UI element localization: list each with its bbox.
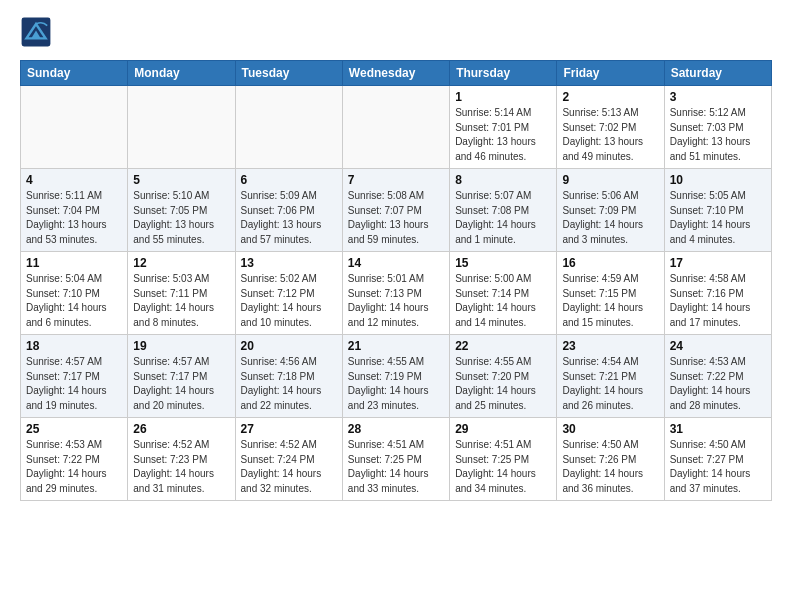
header (20, 16, 772, 48)
calendar-cell (235, 86, 342, 169)
calendar-cell: 26Sunrise: 4:52 AM Sunset: 7:23 PM Dayli… (128, 418, 235, 501)
day-info: Sunrise: 5:11 AM Sunset: 7:04 PM Dayligh… (26, 189, 122, 247)
calendar-cell: 29Sunrise: 4:51 AM Sunset: 7:25 PM Dayli… (450, 418, 557, 501)
day-number: 28 (348, 422, 444, 436)
calendar-cell: 12Sunrise: 5:03 AM Sunset: 7:11 PM Dayli… (128, 252, 235, 335)
day-number: 5 (133, 173, 229, 187)
calendar-cell: 2Sunrise: 5:13 AM Sunset: 7:02 PM Daylig… (557, 86, 664, 169)
calendar-cell: 1Sunrise: 5:14 AM Sunset: 7:01 PM Daylig… (450, 86, 557, 169)
page: SundayMondayTuesdayWednesdayThursdayFrid… (0, 0, 792, 521)
day-number: 12 (133, 256, 229, 270)
day-info: Sunrise: 5:12 AM Sunset: 7:03 PM Dayligh… (670, 106, 766, 164)
calendar-cell: 25Sunrise: 4:53 AM Sunset: 7:22 PM Dayli… (21, 418, 128, 501)
calendar-cell: 16Sunrise: 4:59 AM Sunset: 7:15 PM Dayli… (557, 252, 664, 335)
calendar-week-row: 25Sunrise: 4:53 AM Sunset: 7:22 PM Dayli… (21, 418, 772, 501)
calendar-week-row: 1Sunrise: 5:14 AM Sunset: 7:01 PM Daylig… (21, 86, 772, 169)
day-number: 7 (348, 173, 444, 187)
day-info: Sunrise: 4:55 AM Sunset: 7:20 PM Dayligh… (455, 355, 551, 413)
calendar-header-wednesday: Wednesday (342, 61, 449, 86)
calendar-cell: 18Sunrise: 4:57 AM Sunset: 7:17 PM Dayli… (21, 335, 128, 418)
day-info: Sunrise: 4:52 AM Sunset: 7:23 PM Dayligh… (133, 438, 229, 496)
calendar-cell: 31Sunrise: 4:50 AM Sunset: 7:27 PM Dayli… (664, 418, 771, 501)
day-number: 25 (26, 422, 122, 436)
day-info: Sunrise: 4:59 AM Sunset: 7:15 PM Dayligh… (562, 272, 658, 330)
calendar-cell (128, 86, 235, 169)
calendar-cell: 27Sunrise: 4:52 AM Sunset: 7:24 PM Dayli… (235, 418, 342, 501)
calendar: SundayMondayTuesdayWednesdayThursdayFrid… (20, 60, 772, 501)
day-info: Sunrise: 5:06 AM Sunset: 7:09 PM Dayligh… (562, 189, 658, 247)
calendar-week-row: 11Sunrise: 5:04 AM Sunset: 7:10 PM Dayli… (21, 252, 772, 335)
calendar-cell: 21Sunrise: 4:55 AM Sunset: 7:19 PM Dayli… (342, 335, 449, 418)
day-info: Sunrise: 5:09 AM Sunset: 7:06 PM Dayligh… (241, 189, 337, 247)
day-number: 23 (562, 339, 658, 353)
day-info: Sunrise: 4:51 AM Sunset: 7:25 PM Dayligh… (348, 438, 444, 496)
day-info: Sunrise: 5:08 AM Sunset: 7:07 PM Dayligh… (348, 189, 444, 247)
day-number: 9 (562, 173, 658, 187)
calendar-cell: 14Sunrise: 5:01 AM Sunset: 7:13 PM Dayli… (342, 252, 449, 335)
day-info: Sunrise: 4:58 AM Sunset: 7:16 PM Dayligh… (670, 272, 766, 330)
calendar-cell: 11Sunrise: 5:04 AM Sunset: 7:10 PM Dayli… (21, 252, 128, 335)
calendar-header-sunday: Sunday (21, 61, 128, 86)
day-number: 11 (26, 256, 122, 270)
day-number: 6 (241, 173, 337, 187)
logo-icon (20, 16, 52, 48)
calendar-cell: 30Sunrise: 4:50 AM Sunset: 7:26 PM Dayli… (557, 418, 664, 501)
day-number: 17 (670, 256, 766, 270)
day-number: 31 (670, 422, 766, 436)
calendar-cell: 8Sunrise: 5:07 AM Sunset: 7:08 PM Daylig… (450, 169, 557, 252)
calendar-week-row: 18Sunrise: 4:57 AM Sunset: 7:17 PM Dayli… (21, 335, 772, 418)
calendar-cell: 13Sunrise: 5:02 AM Sunset: 7:12 PM Dayli… (235, 252, 342, 335)
day-info: Sunrise: 5:05 AM Sunset: 7:10 PM Dayligh… (670, 189, 766, 247)
calendar-cell: 3Sunrise: 5:12 AM Sunset: 7:03 PM Daylig… (664, 86, 771, 169)
day-number: 14 (348, 256, 444, 270)
day-number: 13 (241, 256, 337, 270)
calendar-header-saturday: Saturday (664, 61, 771, 86)
day-number: 8 (455, 173, 551, 187)
calendar-cell: 5Sunrise: 5:10 AM Sunset: 7:05 PM Daylig… (128, 169, 235, 252)
day-number: 26 (133, 422, 229, 436)
day-info: Sunrise: 4:56 AM Sunset: 7:18 PM Dayligh… (241, 355, 337, 413)
day-info: Sunrise: 4:57 AM Sunset: 7:17 PM Dayligh… (26, 355, 122, 413)
calendar-header-monday: Monday (128, 61, 235, 86)
calendar-cell: 9Sunrise: 5:06 AM Sunset: 7:09 PM Daylig… (557, 169, 664, 252)
day-info: Sunrise: 5:02 AM Sunset: 7:12 PM Dayligh… (241, 272, 337, 330)
day-info: Sunrise: 4:53 AM Sunset: 7:22 PM Dayligh… (26, 438, 122, 496)
day-info: Sunrise: 5:00 AM Sunset: 7:14 PM Dayligh… (455, 272, 551, 330)
day-info: Sunrise: 4:53 AM Sunset: 7:22 PM Dayligh… (670, 355, 766, 413)
calendar-cell: 19Sunrise: 4:57 AM Sunset: 7:17 PM Dayli… (128, 335, 235, 418)
day-info: Sunrise: 4:57 AM Sunset: 7:17 PM Dayligh… (133, 355, 229, 413)
day-info: Sunrise: 5:04 AM Sunset: 7:10 PM Dayligh… (26, 272, 122, 330)
calendar-cell: 23Sunrise: 4:54 AM Sunset: 7:21 PM Dayli… (557, 335, 664, 418)
day-number: 24 (670, 339, 766, 353)
day-number: 10 (670, 173, 766, 187)
day-info: Sunrise: 5:10 AM Sunset: 7:05 PM Dayligh… (133, 189, 229, 247)
day-info: Sunrise: 4:50 AM Sunset: 7:27 PM Dayligh… (670, 438, 766, 496)
day-info: Sunrise: 5:14 AM Sunset: 7:01 PM Dayligh… (455, 106, 551, 164)
calendar-cell: 20Sunrise: 4:56 AM Sunset: 7:18 PM Dayli… (235, 335, 342, 418)
day-number: 29 (455, 422, 551, 436)
day-number: 15 (455, 256, 551, 270)
day-info: Sunrise: 5:01 AM Sunset: 7:13 PM Dayligh… (348, 272, 444, 330)
logo (20, 16, 56, 48)
day-number: 30 (562, 422, 658, 436)
calendar-cell: 4Sunrise: 5:11 AM Sunset: 7:04 PM Daylig… (21, 169, 128, 252)
day-number: 20 (241, 339, 337, 353)
day-number: 2 (562, 90, 658, 104)
day-number: 3 (670, 90, 766, 104)
calendar-header-friday: Friday (557, 61, 664, 86)
day-info: Sunrise: 5:07 AM Sunset: 7:08 PM Dayligh… (455, 189, 551, 247)
day-number: 21 (348, 339, 444, 353)
calendar-cell: 7Sunrise: 5:08 AM Sunset: 7:07 PM Daylig… (342, 169, 449, 252)
calendar-cell: 17Sunrise: 4:58 AM Sunset: 7:16 PM Dayli… (664, 252, 771, 335)
calendar-header-tuesday: Tuesday (235, 61, 342, 86)
day-number: 27 (241, 422, 337, 436)
day-number: 1 (455, 90, 551, 104)
day-info: Sunrise: 5:13 AM Sunset: 7:02 PM Dayligh… (562, 106, 658, 164)
day-info: Sunrise: 4:55 AM Sunset: 7:19 PM Dayligh… (348, 355, 444, 413)
day-info: Sunrise: 4:52 AM Sunset: 7:24 PM Dayligh… (241, 438, 337, 496)
calendar-cell (342, 86, 449, 169)
calendar-cell: 22Sunrise: 4:55 AM Sunset: 7:20 PM Dayli… (450, 335, 557, 418)
calendar-cell: 24Sunrise: 4:53 AM Sunset: 7:22 PM Dayli… (664, 335, 771, 418)
day-number: 16 (562, 256, 658, 270)
day-number: 18 (26, 339, 122, 353)
